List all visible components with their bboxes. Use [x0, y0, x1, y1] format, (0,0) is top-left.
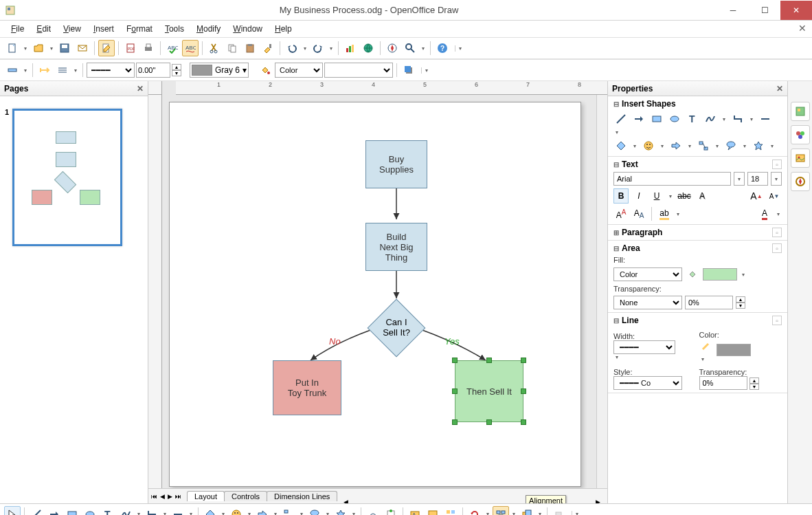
- decrease-font-button[interactable]: A▼: [767, 188, 782, 204]
- fill-color-icon[interactable]: [685, 267, 700, 282]
- fill-mode-select[interactable]: Color: [275, 63, 323, 78]
- bottom-overflow[interactable]: ▾: [572, 511, 581, 515]
- tab-nav-prev[interactable]: ◀: [160, 493, 165, 500]
- canvas-viewport[interactable]: Buy Supplies Build Next Big Thing Can I …: [162, 95, 607, 488]
- paragraph-more-button[interactable]: ▫: [772, 228, 782, 237]
- fill-bucket-button[interactable]: [257, 62, 273, 78]
- resize-handle-n[interactable]: [486, 358, 492, 363]
- line-color-swatch[interactable]: [717, 344, 751, 356]
- save-button[interactable]: [56, 40, 73, 56]
- subscript-button[interactable]: AA: [631, 206, 646, 221]
- gluepoints-tool[interactable]: [383, 506, 399, 516]
- help-button[interactable]: ?: [434, 40, 451, 56]
- rect-tool[interactable]: [64, 506, 80, 516]
- undo-button[interactable]: [284, 40, 300, 56]
- redo-dropdown[interactable]: ▾: [328, 45, 335, 52]
- shape-block-arrow-icon[interactable]: [668, 138, 684, 153]
- line-style-button[interactable]: [54, 62, 71, 78]
- fill-color-swatch[interactable]: [703, 268, 737, 281]
- rail-navigator-icon[interactable]: [791, 172, 810, 191]
- shape-connector-icon[interactable]: [730, 111, 745, 127]
- resize-handle-ne[interactable]: [521, 358, 526, 363]
- transparency-value-input[interactable]: [685, 296, 733, 309]
- pages-panel-close[interactable]: ✕: [137, 84, 144, 94]
- menu-insert[interactable]: Insert: [88, 23, 120, 35]
- resize-handle-se[interactable]: [521, 419, 526, 425]
- line-more-button[interactable]: ▫: [772, 316, 782, 325]
- menu-view[interactable]: View: [58, 23, 87, 35]
- vertical-scrollbar[interactable]: [596, 95, 607, 488]
- resize-handle-nw[interactable]: [452, 358, 458, 363]
- document-close-button[interactable]: ✕: [798, 23, 807, 34]
- font-size-input[interactable]: [747, 172, 768, 186]
- highlight-button[interactable]: ab: [657, 206, 672, 221]
- line-tool[interactable]: [28, 506, 45, 516]
- line-color-icon[interactable]: [699, 339, 714, 354]
- minimize-button[interactable]: ─: [717, 1, 749, 20]
- tab-nav-next[interactable]: ▶: [168, 493, 172, 500]
- line-width-input[interactable]: [136, 63, 170, 78]
- shape-symbol-icon[interactable]: [641, 138, 656, 153]
- node-sell-it[interactable]: Then Sell It: [455, 360, 523, 422]
- shape-ellipse-icon[interactable]: [667, 111, 682, 127]
- undo-dropdown[interactable]: ▾: [302, 45, 308, 52]
- hscroll-left[interactable]: ◀: [343, 498, 348, 504]
- strikethrough-button[interactable]: abc: [677, 188, 692, 204]
- shape-line-icon[interactable]: [613, 111, 629, 127]
- flowchart-tool[interactable]: [280, 506, 297, 516]
- menu-modify[interactable]: Modify: [191, 23, 226, 35]
- rail-styles-icon[interactable]: [791, 125, 810, 144]
- tab-layout[interactable]: Layout: [187, 491, 225, 501]
- menu-tools[interactable]: Tools: [159, 23, 190, 35]
- callout-tool[interactable]: [306, 506, 323, 516]
- menu-help[interactable]: Help: [269, 23, 297, 35]
- pdf-button[interactable]: PDF: [122, 40, 139, 56]
- page-thumbnail-1[interactable]: 1: [12, 109, 122, 246]
- from-file-tool[interactable]: [425, 506, 441, 516]
- rotate-tool[interactable]: [466, 506, 483, 516]
- drawing-page[interactable]: Buy Supplies Build Next Big Thing Can I …: [169, 102, 581, 487]
- arrow-ends-button[interactable]: [36, 62, 53, 78]
- properties-close[interactable]: ✕: [776, 84, 783, 94]
- menu-window[interactable]: Window: [227, 23, 268, 35]
- width-up[interactable]: ▲: [172, 64, 181, 70]
- menu-edit[interactable]: Edit: [31, 23, 56, 35]
- rail-properties-icon[interactable]: [791, 102, 810, 121]
- hyperlink-button[interactable]: [360, 40, 376, 56]
- tab-nav-last[interactable]: ⏭: [175, 493, 181, 500]
- node-put-in-trunk[interactable]: Put In Toy Trunk: [273, 360, 341, 415]
- resize-handle-w[interactable]: [452, 388, 458, 394]
- arrange-tool[interactable]: [519, 506, 535, 516]
- line-width-select[interactable]: ━━━━: [613, 340, 675, 354]
- close-button[interactable]: ✕: [780, 1, 812, 20]
- font-color-button[interactable]: A: [757, 206, 772, 221]
- maximize-button[interactable]: ☐: [749, 1, 780, 20]
- line-style-select2[interactable]: ━━━━ Co: [613, 376, 682, 390]
- zoom-button[interactable]: [402, 40, 418, 56]
- text-tool[interactable]: T: [100, 506, 116, 516]
- toolbar-overflow[interactable]: ▾: [455, 45, 464, 52]
- edit-file-button[interactable]: [98, 40, 115, 56]
- font-name-dropdown[interactable]: ▾: [734, 172, 745, 186]
- shadow-text-button[interactable]: A: [695, 188, 710, 204]
- new-dropdown[interactable]: ▾: [22, 45, 29, 52]
- shape-flowchart-icon[interactable]: [696, 138, 711, 153]
- spellcheck-button[interactable]: ABC: [164, 40, 181, 56]
- shape-basic-icon[interactable]: [613, 138, 629, 153]
- resize-handle-sw[interactable]: [452, 419, 458, 425]
- area-more-button[interactable]: ▫: [772, 243, 782, 253]
- transparency-mode-select[interactable]: None: [613, 296, 682, 309]
- tab-nav-first[interactable]: ⏮: [151, 493, 157, 500]
- resize-handle-e[interactable]: [521, 388, 526, 394]
- alignment-tool[interactable]: [493, 506, 509, 516]
- font-name-input[interactable]: [613, 172, 731, 186]
- arrow-tool[interactable]: [46, 506, 63, 516]
- paste-button[interactable]: [242, 40, 258, 56]
- bold-button[interactable]: B: [613, 188, 629, 204]
- toolbar2-overflow[interactable]: ▾: [421, 67, 431, 74]
- line-transparency-input[interactable]: [699, 376, 747, 390]
- menu-format[interactable]: Format: [121, 23, 158, 35]
- new-button[interactable]: [4, 40, 21, 56]
- navigator-button[interactable]: [384, 40, 401, 56]
- chart-button[interactable]: [342, 40, 359, 56]
